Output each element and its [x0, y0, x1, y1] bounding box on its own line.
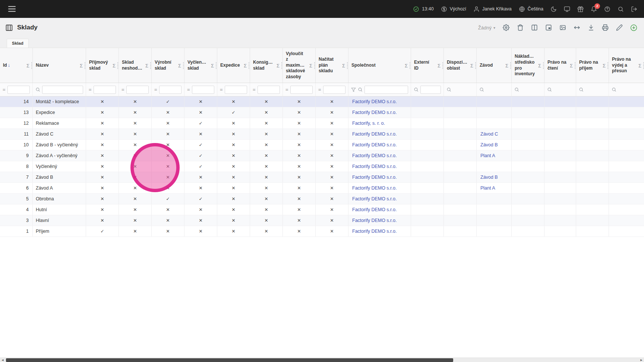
sum-icon[interactable]: Σ	[113, 63, 116, 68]
sum-icon[interactable]: Σ	[26, 63, 29, 68]
equals-operator[interactable]: =	[154, 87, 157, 92]
equals-operator[interactable]: =	[285, 87, 288, 92]
image-view-button[interactable]	[559, 24, 566, 31]
sum-icon[interactable]: Σ	[244, 63, 247, 68]
display-button[interactable]	[564, 6, 570, 12]
column-header-vyclen[interactable]: Vyčlen… skladΣ	[184, 48, 217, 83]
sum-icon[interactable]: Σ	[570, 63, 573, 68]
table-row[interactable]: 5Obrobna✕✕✓✓✕✕✕✕Factorify DEMO s.r.o.	[0, 194, 644, 204]
cell-spolecnost[interactable]: Factorify DEMO s.r.o.	[348, 172, 411, 182]
filter-input-konsig[interactable]	[258, 86, 280, 94]
table-row[interactable]: 10Závod B - vyčleněný✕✕✕✓✕✕✕✕Factorify D…	[0, 140, 644, 150]
sum-icon[interactable]: Σ	[145, 63, 148, 68]
status-time[interactable]: 13:40	[413, 6, 433, 12]
column-resize-grip[interactable]	[410, 62, 410, 69]
add-button[interactable]	[630, 24, 637, 31]
sum-icon[interactable]: Σ	[603, 63, 606, 68]
fit-columns-button[interactable]	[574, 24, 580, 31]
column-header-pravo_prijem[interactable]: Právo na příjemΣ	[576, 48, 609, 83]
table-row[interactable]: 3Hlavní✕✕✕✕✕✕✕✕Factorify DEMO s.r.o.	[0, 215, 644, 226]
table-row[interactable]: 1Příjem✓✕✕✕✕✕✕✕Factorify DEMO s.r.o.	[0, 226, 644, 237]
cell-zavod[interactable]: Plant A	[477, 183, 512, 193]
cell-spolecnost[interactable]: Factorify DEMO s.r.o.	[348, 194, 411, 204]
column-resize-grip[interactable]	[347, 62, 348, 69]
column-resize-grip[interactable]	[281, 62, 282, 69]
cell-spolecnost[interactable]: Factorify, s. r. o.	[348, 118, 411, 128]
cell-spolecnost[interactable]: Factorify DEMO s.r.o.	[348, 226, 411, 236]
notifications-button[interactable]: 2	[591, 6, 597, 12]
column-header-prijmovy[interactable]: Příjmový skladΣ	[86, 48, 119, 83]
sum-icon[interactable]: Σ	[505, 63, 508, 68]
column-resize-grip[interactable]	[85, 62, 85, 69]
filter-input-nazev[interactable]	[42, 86, 83, 94]
scroll-right-arrow[interactable]: ▶	[639, 358, 644, 362]
sum-icon[interactable]: Σ	[342, 63, 345, 68]
horizontal-scrollbar[interactable]: ◀ ▶	[0, 358, 644, 362]
filter-input-spolecnost[interactable]	[364, 86, 408, 94]
help-button[interactable]	[604, 6, 610, 12]
cell-zavod[interactable]: Závod C	[477, 129, 512, 139]
column-resize-grip[interactable]	[607, 62, 608, 69]
cell-spolecnost[interactable]: Factorify DEMO s.r.o.	[348, 107, 411, 118]
equals-operator[interactable]: =	[253, 87, 256, 92]
column-resize-grip[interactable]	[31, 62, 32, 69]
export-button[interactable]	[588, 24, 594, 31]
sum-icon[interactable]: Σ	[309, 63, 312, 68]
search-button[interactable]	[618, 6, 624, 12]
settings-button[interactable]	[503, 24, 509, 31]
cell-spolecnost[interactable]: Factorify DEMO s.r.o.	[348, 204, 411, 215]
column-resize-grip[interactable]	[249, 62, 249, 69]
sum-icon[interactable]: Σ	[211, 63, 214, 68]
split-columns-button[interactable]	[531, 24, 538, 31]
equals-operator[interactable]: =	[3, 87, 6, 92]
cell-zavod[interactable]: Plant A	[477, 150, 512, 161]
cell-spolecnost[interactable]: Factorify DEMO s.r.o.	[348, 161, 411, 172]
column-header-id[interactable]: Id↓Σ	[0, 48, 33, 83]
filter-input-nacitat[interactable]	[323, 86, 345, 94]
column-header-nazev[interactable]: NázevΣ	[33, 48, 86, 83]
table-row[interactable]: 11Závod C✕✕✕✕✕✕✕✕Factorify DEMO s.r.o.Zá…	[0, 129, 644, 140]
column-resize-grip[interactable]	[442, 62, 443, 69]
column-header-expedice[interactable]: ExpediceΣ	[217, 48, 250, 83]
column-header-konsig[interactable]: Konsig… skladΣ	[250, 48, 283, 83]
panel-position-button[interactable]	[545, 24, 552, 31]
column-resize-grip[interactable]	[314, 62, 315, 69]
filter-input-expedice[interactable]	[225, 86, 247, 94]
edit-button[interactable]	[616, 24, 623, 31]
equals-operator[interactable]: =	[187, 87, 190, 92]
column-header-vyloucit[interactable]: Vyloučit z maxim… skladové zásobyΣ	[283, 48, 316, 83]
table-row[interactable]: 7Závod B✕✕✕✕✕✕✕✕Factorify DEMO s.r.o.Záv…	[0, 172, 644, 183]
cell-zavod[interactable]: Závod B	[477, 172, 512, 182]
column-header-pravo_cteni[interactable]: Právo na čteníΣ	[544, 48, 576, 83]
sum-icon[interactable]: Σ	[80, 63, 83, 68]
table-row[interactable]: 8Vyčleněný✕✕✕✓✕✕✕✕Factorify DEMO s.r.o.	[0, 161, 644, 172]
sum-icon[interactable]: Σ	[178, 63, 181, 68]
equals-operator[interactable]: =	[220, 87, 223, 92]
sum-icon[interactable]: Σ	[405, 63, 408, 68]
table-row[interactable]: 12Reklamace✕✕✕✓✕✕✕✕Factorify, s. r. o.	[0, 118, 644, 129]
equals-operator[interactable]: =	[318, 87, 321, 92]
tab-sklad[interactable]: Sklad	[7, 39, 29, 48]
funnel-icon[interactable]	[351, 87, 356, 92]
logout-button[interactable]	[631, 6, 637, 12]
column-header-neshod[interactable]: Sklad neshod…Σ	[119, 48, 152, 83]
delete-button[interactable]	[517, 24, 524, 31]
cell-spolecnost[interactable]: Factorify DEMO s.r.o.	[348, 150, 411, 161]
currency-selector[interactable]: Výchozí	[441, 6, 466, 12]
column-resize-grip[interactable]	[216, 62, 217, 69]
user-menu[interactable]: Janek Křikava	[473, 6, 512, 12]
scroll-left-arrow[interactable]: ◀	[0, 358, 5, 362]
filter-input-neshod[interactable]	[126, 86, 149, 94]
whats-new-button[interactable]	[577, 6, 584, 12]
sum-icon[interactable]: Σ	[538, 63, 541, 68]
filter-input-id[interactable]	[7, 86, 30, 94]
column-resize-grip[interactable]	[475, 62, 476, 69]
table-row[interactable]: 9Závod A - vyčleněný✕✕✕✓✕✕✕✕Factorify DE…	[0, 150, 644, 161]
equals-operator[interactable]: =	[121, 87, 124, 92]
filter-input-vyclen[interactable]	[192, 86, 214, 94]
sum-icon[interactable]: Σ	[277, 63, 280, 68]
column-header-spolecnost[interactable]: SpolečnostΣ	[348, 48, 411, 83]
filter-input-vyrobni[interactable]	[159, 86, 181, 94]
column-resize-grip[interactable]	[150, 62, 151, 69]
print-button[interactable]	[602, 24, 609, 31]
